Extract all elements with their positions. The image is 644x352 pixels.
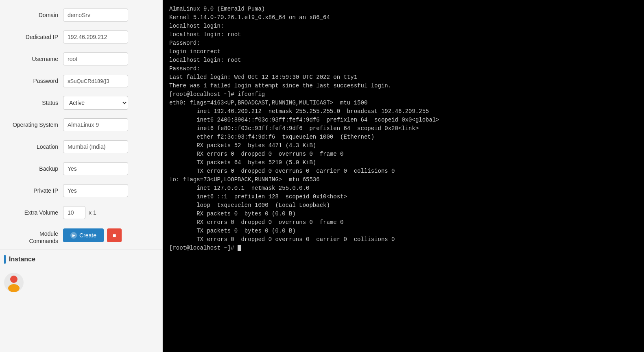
username-input[interactable]	[63, 52, 128, 65]
username-value	[63, 52, 158, 65]
extra-volume-label: Extra Volume	[4, 209, 63, 216]
terminal-line: TX errors 0 dropped 0 overruns 0 carrier…	[169, 235, 637, 244]
terminal-line: TX packets 0 bytes 0 (0.0 B)	[169, 227, 637, 235]
terminal-line: TX errors 0 dropped 0 overruns 0 carrier…	[169, 167, 637, 176]
terminal-cursor	[238, 245, 241, 251]
terminal-line: inet6 ::1 prefixlen 128 scopeid 0x10<hos…	[169, 193, 637, 201]
terminal-line: [root@localhost ~]#	[169, 244, 637, 252]
terminal-line: Password:	[169, 65, 637, 73]
os-row: Operating System	[0, 114, 162, 136]
terminal-line: eth0: flags=4163<UP,BROADCAST,RUNNING,MU…	[169, 99, 637, 107]
create-button[interactable]: ▶ Create	[63, 228, 104, 242]
avatar-icon-1	[4, 273, 24, 292]
domain-label: Domain	[4, 12, 63, 18]
dedicated-ip-label: Dedicated IP	[4, 34, 63, 40]
backup-row: Backup	[0, 158, 162, 180]
status-value: Active Inactive	[63, 96, 158, 110]
svg-point-0	[10, 276, 17, 283]
terminal-line: RX packets 52 bytes 4471 (4.3 KiB)	[169, 141, 637, 150]
terminal-line: localhost login:	[169, 22, 637, 30]
os-input[interactable]	[63, 118, 128, 131]
module-commands-row: ModuleCommands ▶ Create ■	[0, 224, 162, 248]
backup-value	[63, 162, 158, 175]
os-value	[63, 118, 158, 131]
module-commands-buttons: ▶ Create ■	[63, 227, 122, 242]
play-icon: ▶	[70, 232, 77, 239]
terminal-line: ether f2:3c:93:f4:9d:f6 txqueuelen 1000 …	[169, 133, 637, 141]
os-label: Operating System	[4, 122, 63, 128]
location-row: Location	[0, 136, 162, 158]
terminal-line: inet6 2400:8904::f03c:93ff:fef4:9df6 pre…	[169, 116, 637, 124]
instance-title: Instance	[9, 256, 35, 263]
terminal-line: AlmaLinux 9.0 (Emerald Puma)	[169, 5, 637, 13]
dedicated-ip-input[interactable]	[63, 30, 128, 43]
location-input[interactable]	[63, 140, 128, 153]
extra-volume-input[interactable]	[63, 206, 85, 219]
terminal-line: Kernel 5.14.0-70.26.1.el9_0.x86_64 on an…	[169, 13, 637, 22]
domain-value	[63, 9, 158, 22]
backup-input[interactable]	[63, 162, 128, 175]
extra-volume-suffix: x 1	[89, 209, 96, 216]
terminal-line: RX errors 0 dropped 0 overruns 0 frame 0	[169, 218, 637, 227]
dedicated-ip-row: Dedicated IP	[0, 26, 162, 48]
instance-header: Instance	[4, 255, 158, 264]
terminal-line: inet 127.0.0.1 netmask 255.0.0.0	[169, 184, 637, 193]
private-ip-row: Private IP	[0, 180, 162, 202]
password-input[interactable]	[63, 75, 128, 87]
dedicated-ip-value	[63, 30, 158, 43]
terminal-line: Login incorrect	[169, 48, 637, 56]
extra-volume-row: Extra Volume x 1	[0, 202, 162, 224]
left-panel: Domain Dedicated IP Username Password St…	[0, 0, 163, 352]
status-row: Status Active Inactive	[0, 92, 162, 114]
domain-input[interactable]	[63, 9, 128, 22]
status-select[interactable]: Active Inactive	[63, 96, 128, 110]
avatar-1	[4, 273, 24, 292]
private-ip-label: Private IP	[4, 187, 63, 194]
username-row: Username	[0, 48, 162, 70]
username-label: Username	[4, 56, 63, 62]
backup-label: Backup	[4, 165, 63, 172]
location-value	[63, 140, 158, 153]
private-ip-input[interactable]	[63, 184, 128, 197]
terminal-line: lo: flags=73<UP,LOOPBACK,RUNNING> mtu 65…	[169, 176, 637, 184]
terminal-line: loop txqueuelen 1000 (Local Loopback)	[169, 201, 637, 210]
terminal-line: Last failed login: Wed Oct 12 18:59:30 U…	[169, 73, 637, 82]
terminal-line: inet 192.46.209.212 netmask 255.255.255.…	[169, 107, 637, 116]
terminal-line: RX errors 0 dropped 0 overruns 0 frame 0	[169, 150, 637, 159]
password-row: Password	[0, 70, 162, 92]
extra-volume-value: x 1	[63, 206, 158, 219]
terminal-line: RX packets 0 bytes 0 (0.0 B)	[169, 210, 637, 218]
password-value	[63, 75, 158, 87]
terminal-line: [root@localhost ~]# ifconfig	[169, 90, 637, 99]
avatar-area	[0, 267, 162, 292]
terminal-line: inet6 fe80::f03c:93ff:fef4:9df6 prefixle…	[169, 124, 637, 133]
location-label: Location	[4, 143, 63, 150]
svg-point-1	[8, 284, 20, 292]
private-ip-value	[63, 184, 158, 197]
terminal-line: TX packets 64 bytes 5219 (5.0 KiB)	[169, 159, 637, 167]
terminal-line: localhost login: root	[169, 30, 637, 39]
instance-bar-decoration	[4, 255, 6, 264]
secondary-button[interactable]: ■	[107, 228, 122, 242]
terminal-line: localhost login: root	[169, 56, 637, 65]
terminal-line: There was 1 failed login attempt since t…	[169, 82, 637, 90]
create-button-label: Create	[79, 232, 96, 239]
password-label: Password	[4, 78, 63, 84]
status-label: Status	[4, 100, 63, 106]
terminal-panel: AlmaLinux 9.0 (Emerald Puma)Kernel 5.14.…	[163, 0, 644, 352]
instance-section: Instance	[0, 250, 162, 267]
terminal-line: Password:	[169, 39, 637, 48]
module-commands-label: ModuleCommands	[4, 227, 63, 245]
domain-row: Domain	[0, 4, 162, 26]
